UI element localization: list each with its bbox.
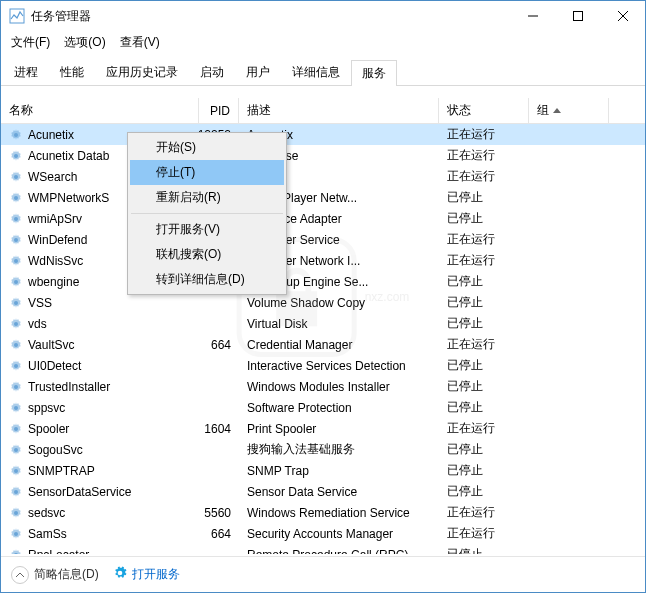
cell-status: 已停止 [439,292,529,313]
table-row[interactable]: wbengineel Backup Engine Se...已停止 [1,271,645,292]
table-row[interactable]: SNMPTRAPSNMP Trap已停止 [1,460,645,481]
cell-pid [199,355,239,376]
cell-name: RpcLocator [1,544,199,554]
ctx-open[interactable]: 打开服务(V) [130,217,284,242]
brief-info-button[interactable]: 简略信息(D) [11,566,99,584]
cell-pid: 664 [199,523,239,544]
cell-status: 已停止 [439,481,529,502]
cell-status: 正在运行 [439,523,529,544]
table-row[interactable]: WinDefendDefender Service正在运行 [1,229,645,250]
cell-pid [199,481,239,502]
table-row[interactable]: SamSs664Security Accounts Manager正在运行 [1,523,645,544]
cell-group [529,418,609,439]
gear-icon [9,548,23,555]
cell-name: SamSs [1,523,199,544]
cell-group [529,439,609,460]
cell-group [529,292,609,313]
cell-desc: Sensor Data Service [239,481,439,502]
cell-name: UI0Detect [1,355,199,376]
cell-status: 正在运行 [439,229,529,250]
col-pid[interactable]: PID [199,98,239,123]
maximize-button[interactable] [555,1,600,31]
cell-desc: Interactive Services Detection [239,355,439,376]
table-row[interactable]: VaultSvc664Credential Manager正在运行 [1,334,645,355]
table-row[interactable]: UI0DetectInteractive Services Detection已… [1,355,645,376]
cell-group [529,355,609,376]
cell-pid [199,397,239,418]
table-row[interactable]: WdNisSvcDefender Network I...正在运行 [1,250,645,271]
cell-group [529,502,609,523]
menu-file[interactable]: 文件(F) [5,32,56,53]
cell-group [529,523,609,544]
status-bar: 简略信息(D) 打开服务 [1,556,645,592]
table-row[interactable]: vdsVirtual Disk已停止 [1,313,645,334]
col-name[interactable]: 名称 [1,98,199,123]
table-row[interactable]: VSSVolume Shadow Copy已停止 [1,292,645,313]
ctx-restart[interactable]: 重新启动(R) [130,185,284,210]
ctx-detail[interactable]: 转到详细信息(D) [130,267,284,292]
table-row[interactable]: WMPNetworkSMedia Player Netw...已停止 [1,187,645,208]
chevron-up-icon [11,566,29,584]
cell-desc: Virtual Disk [239,313,439,334]
cell-desc: Volume Shadow Copy [239,292,439,313]
table-row[interactable]: Acunetix DatabDatabase正在运行 [1,145,645,166]
ctx-sep-1 [131,213,283,214]
cell-group [529,397,609,418]
col-group[interactable]: 组 [529,98,609,123]
title-bar: 任务管理器 [1,1,645,31]
gear-icon [9,464,23,478]
minimize-button[interactable] [510,1,555,31]
menu-view[interactable]: 查看(V) [114,32,166,53]
tab-users[interactable]: 用户 [235,59,281,85]
cell-pid: 1604 [199,418,239,439]
gear-icon [9,170,23,184]
svg-rect-0 [10,9,24,23]
gear-icon [9,338,23,352]
tab-details[interactable]: 详细信息 [281,59,351,85]
ctx-search[interactable]: 联机搜索(O) [130,242,284,267]
cell-group [529,124,609,145]
gear-icon [9,128,23,142]
tab-startup[interactable]: 启动 [189,59,235,85]
ctx-stop[interactable]: 停止(T) [130,160,284,185]
table-row[interactable]: WSearchSearch正在运行 [1,166,645,187]
tab-performance[interactable]: 性能 [49,59,95,85]
table-row[interactable]: sedsvc5560Windows Remediation Service正在运… [1,502,645,523]
cell-group [529,334,609,355]
cell-desc: SNMP Trap [239,460,439,481]
tab-services[interactable]: 服务 [351,60,397,86]
close-button[interactable] [600,1,645,31]
cell-status: 已停止 [439,271,529,292]
cell-status: 正在运行 [439,418,529,439]
table-row[interactable]: Spooler1604Print Spooler正在运行 [1,418,645,439]
menu-options[interactable]: 选项(O) [58,32,111,53]
ctx-start[interactable]: 开始(S) [130,135,284,160]
cell-group [529,481,609,502]
cell-name: TrustedInstaller [1,376,199,397]
cell-name: SogouSvc [1,439,199,460]
table-row[interactable]: TrustedInstallerWindows Modules Installe… [1,376,645,397]
tab-processes[interactable]: 进程 [3,59,49,85]
cell-desc: Windows Modules Installer [239,376,439,397]
gear-icon [9,149,23,163]
table-row[interactable]: SogouSvc搜狗输入法基础服务已停止 [1,439,645,460]
col-desc[interactable]: 描述 [239,98,439,123]
gear-icon [9,485,23,499]
cell-group [529,313,609,334]
gear-icon [9,359,23,373]
tab-history[interactable]: 应用历史记录 [95,59,189,85]
service-list[interactable]: Acunetix10252Acunetix正在运行Acunetix DatabD… [1,124,645,554]
cell-name: SensorDataService [1,481,199,502]
cell-desc: Credential Manager [239,334,439,355]
table-row[interactable]: Acunetix10252Acunetix正在运行 [1,124,645,145]
table-row[interactable]: wmiApSrvformance Adapter已停止 [1,208,645,229]
cell-group [529,166,609,187]
table-row[interactable]: RpcLocatorRemote Procedure Call (RPC)已停止 [1,544,645,554]
gear-icon [9,296,23,310]
table-row[interactable]: SensorDataServiceSensor Data Service已停止 [1,481,645,502]
cell-desc: Print Spooler [239,418,439,439]
cell-desc: Remote Procedure Call (RPC) [239,544,439,554]
col-status[interactable]: 状态 [439,98,529,123]
table-row[interactable]: sppsvcSoftware Protection已停止 [1,397,645,418]
open-services-link[interactable]: 打开服务 [113,566,180,583]
